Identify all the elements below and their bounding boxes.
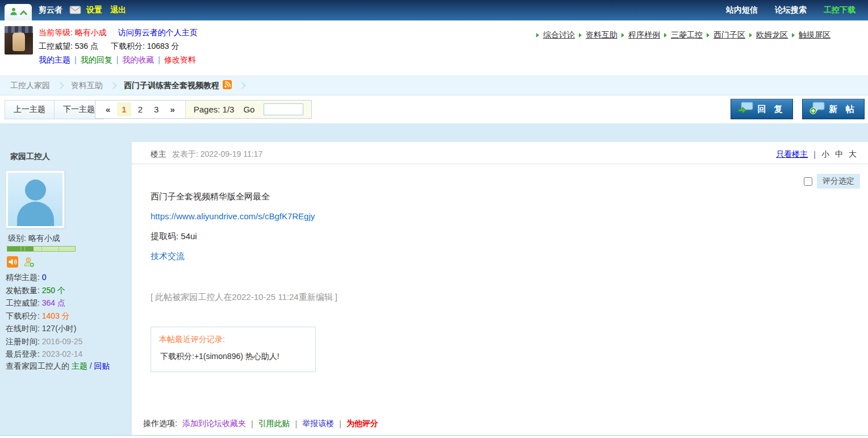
post-title-text: 西门子全套视频精华版全网最全 <box>151 191 270 202</box>
author-topics-link[interactable]: 主题 <box>72 361 87 370</box>
font-size-small[interactable]: 小 <box>821 149 829 160</box>
breadcrumb-chevron-icon <box>110 82 117 89</box>
author-replies-link[interactable]: 回贴 <box>94 361 110 370</box>
breadcrumb-chevron-icon <box>239 82 246 89</box>
stat-featured-topics: 精华主题: 0 <box>6 271 82 284</box>
user-level-line: 当前等级: 略有小成 访问剪云者的个人主页 <box>39 28 198 38</box>
homepage-link[interactable]: 访问剪云者的个人主页 <box>118 28 198 37</box>
user-tab[interactable] <box>5 4 32 20</box>
edit-profile-link[interactable]: 修改资料 <box>164 55 196 64</box>
user-links-line: 我的主题|我的回复|我的收藏|修改资料 <box>39 55 196 65</box>
separator: | <box>339 419 341 428</box>
nav-link-resources[interactable]: 资料互助 <box>586 30 617 40</box>
rate-select-checkbox[interactable] <box>804 177 812 186</box>
user-avatar[interactable] <box>5 26 33 55</box>
go-page-input[interactable] <box>264 103 303 115</box>
report-post-link[interactable]: 举报该楼 <box>302 419 334 429</box>
nav-arrow-icon <box>664 33 667 37</box>
forum-page: 剪云者 设置 退出 站内短信 论坛搜索 工控下载 当前等级: 略有小成 访问剪云… <box>0 0 868 438</box>
chevron-up-icon <box>20 7 27 18</box>
new-post-button[interactable]: 新 帖 <box>802 99 865 119</box>
nav-link-samples[interactable]: 程序样例 <box>628 30 660 40</box>
extraction-code: 提取码: 54ui <box>151 231 197 242</box>
page-1-current[interactable]: 1 <box>117 102 131 116</box>
level-progress-bar <box>7 246 76 252</box>
rating-record-box: 本帖最近评分记录: 下载积分:+1(simon896) 热心助人! <box>151 327 316 372</box>
forum-section-nav: 综合讨论 资料互助 程序样例 三菱工控 西门子区 欧姆龙区 触摸屏区 <box>536 30 831 40</box>
rate-select-label: 评分选定 <box>817 174 860 189</box>
nav-arrow-icon <box>536 33 539 37</box>
quote-post-link[interactable]: 引用此贴 <box>258 419 290 429</box>
topic-nav-buttons: 上一主题 下一主题 <box>5 100 104 119</box>
prev-topic-button[interactable]: 上一主题 <box>5 100 55 119</box>
options-label: 操作选项: <box>143 419 177 429</box>
download-url-link[interactable]: https://www.aliyundrive.com/s/cBgfK7REgj… <box>151 211 315 221</box>
bottom-border-line <box>0 435 868 436</box>
footer-prefix: 查看家园工控人的 <box>6 361 69 370</box>
nav-link-general[interactable]: 综合讨论 <box>543 30 575 40</box>
author-username[interactable]: 家园工控人 <box>10 152 50 162</box>
my-topics-link[interactable]: 我的主题 <box>39 55 70 64</box>
rate-user-link[interactable]: 为他评分 <box>347 419 378 429</box>
reply-button[interactable]: 回 复 <box>731 99 793 119</box>
post-options-bar: 操作选项: 添加到论坛收藏夹 | 引用此贴 | 举报该楼 | 为他评分 <box>143 419 378 429</box>
new-post-button-label: 新 帖 <box>829 104 857 115</box>
author-badge-icons <box>7 256 35 270</box>
post-action-buttons: 回 复 新 帖 <box>731 99 865 119</box>
separator: | <box>251 419 253 428</box>
pager: « 1 2 3 » Pages: 1/3 Go <box>95 100 312 119</box>
nav-arrow-icon <box>707 33 710 37</box>
reply-bubble-icon <box>738 102 753 116</box>
announcement-icon[interactable] <box>7 256 18 270</box>
page-3-link[interactable]: 3 <box>149 102 163 116</box>
mail-icon[interactable] <box>69 6 81 16</box>
post-main: 楼主 发表于: 2022-09-19 11:17 只看楼主 | 小 中 大 评分… <box>132 142 868 435</box>
my-favorites-link[interactable]: 我的收藏 <box>122 55 154 64</box>
forum-search-link[interactable]: 论坛搜索 <box>775 5 807 15</box>
pager-pages: « 1 2 3 » <box>95 101 185 118</box>
breadcrumb-section[interactable]: 资料互助 <box>71 81 103 91</box>
separator: | <box>158 55 160 64</box>
site-messages-link[interactable]: 站内短信 <box>726 5 758 15</box>
nav-link-hmi[interactable]: 触摸屏区 <box>799 30 831 40</box>
tech-exchange-link[interactable]: 技术交流 <box>151 251 185 262</box>
logout-link[interactable]: 退出 <box>110 5 126 15</box>
settings-link[interactable]: 设置 <box>86 5 102 15</box>
nav-link-siemens[interactable]: 西门子区 <box>713 30 745 40</box>
my-replies-link[interactable]: 我的回复 <box>81 55 112 64</box>
font-size-medium[interactable]: 中 <box>835 149 843 160</box>
stat-prestige: 工控威望: 364 点 <box>6 297 82 310</box>
separator: | <box>116 55 119 64</box>
separator: | <box>74 55 77 64</box>
page-2-link[interactable]: 2 <box>133 102 147 116</box>
top-bar: 剪云者 设置 退出 站内短信 论坛搜索 工控下载 <box>0 0 868 20</box>
footer-separator: / <box>90 361 92 370</box>
current-level-value: 略有小成 <box>75 28 107 37</box>
topic-title: 西门子训练营全套视频教程 <box>124 81 219 91</box>
go-label: Go <box>243 105 254 114</box>
add-favorite-link[interactable]: 添加到论坛收藏夹 <box>182 419 246 429</box>
author-avatar[interactable] <box>6 170 65 228</box>
author-footer-links: 查看家园工控人的 主题 / 回贴 <box>6 361 110 372</box>
download-link[interactable]: 工控下载 <box>824 5 856 15</box>
pager-last-button[interactable]: » <box>165 102 179 116</box>
nav-link-mitsubishi[interactable]: 三菱工控 <box>671 30 703 40</box>
stat-post-count: 发帖数量: 250 个 <box>6 284 82 297</box>
breadcrumb-home[interactable]: 工控人家园 <box>10 81 50 91</box>
nav-arrow-icon <box>579 33 582 37</box>
stat-registered: 注册时间: 2016-09-25 <box>6 335 82 348</box>
pagination-row: 上一主题 下一主题 « 1 2 3 » Pages: 1/3 Go 回 复 <box>0 95 868 123</box>
only-author-link[interactable]: 只看楼主 <box>776 149 808 160</box>
separator: | <box>813 150 816 159</box>
author-level: 级别: 略有小成 <box>8 233 60 244</box>
pager-first-button[interactable]: « <box>101 102 115 116</box>
stat-online-hours: 在线时间: 127(小时) <box>6 322 82 335</box>
floor-label: 楼主 <box>151 149 166 158</box>
nav-link-omron[interactable]: 欧姆龙区 <box>756 30 788 40</box>
font-size-large[interactable]: 大 <box>849 149 857 160</box>
pages-label: Pages: 1/3 <box>194 105 235 114</box>
default-avatar-silhouette <box>8 173 62 226</box>
rating-record-entry: 下载积分:+1(simon896) 热心助人! <box>160 352 279 362</box>
add-friend-icon[interactable] <box>23 256 35 270</box>
share-icon[interactable] <box>223 80 232 91</box>
